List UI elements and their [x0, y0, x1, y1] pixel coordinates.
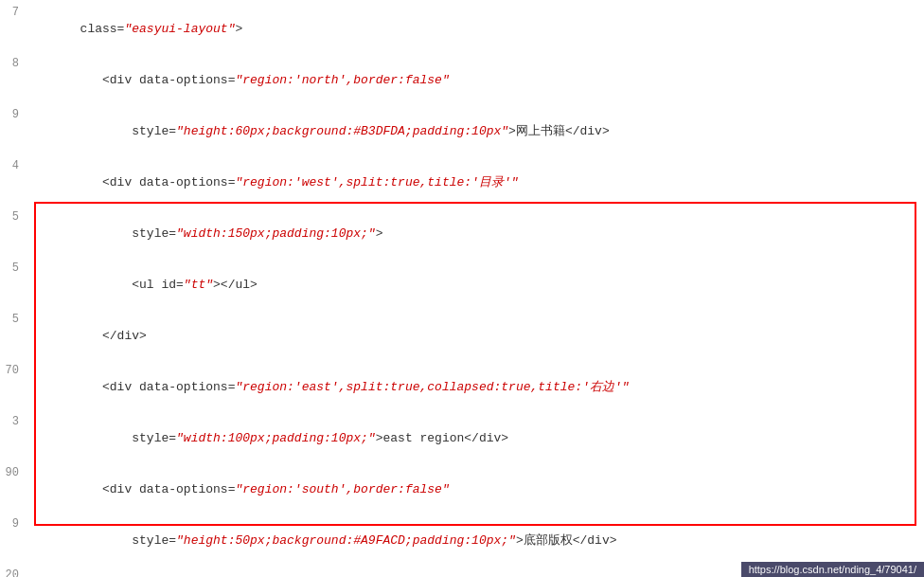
- code-line: 7 class="easyui-layout">: [0, 4, 924, 55]
- line-content: style="height:60px;background:#B3DFDA;pa…: [27, 106, 924, 157]
- code-line: 5 style="width:150px;padding:10px;">: [0, 208, 924, 260]
- line-content: style="width:100px;padding:10px;">east r…: [27, 413, 924, 464]
- code-line: 3 style="width:100px;padding:10px;">east…: [0, 413, 924, 464]
- code-line: 8 <div data-options="region:'north',bord…: [0, 55, 924, 106]
- line-number: 5: [0, 260, 27, 277]
- line-number: 5: [0, 311, 27, 328]
- line-content: class="easyui-layout">: [27, 4, 924, 55]
- line-number: 4: [0, 157, 27, 174]
- line-number: 90: [0, 464, 27, 481]
- line-number: 9: [0, 106, 27, 123]
- line-content: </div>: [27, 311, 924, 362]
- code-line: 9 style="height:50px;background:#A9FACD;…: [0, 515, 924, 567]
- code-line: 9 style="height:60px;background:#B3DFDA;…: [0, 106, 924, 157]
- line-number: 3: [0, 413, 27, 430]
- code-container: 7 class="easyui-layout"> 8 <div data-opt…: [0, 0, 924, 577]
- code-line: 90 <div data-options="region:'south',bor…: [0, 464, 924, 515]
- line-number: 70: [0, 362, 27, 379]
- line-number: 9: [0, 515, 27, 532]
- line-content: <div data-options="region:'east',split:t…: [27, 362, 924, 413]
- code-line: 5 </div>: [0, 311, 924, 362]
- line-content: style="width:150px;padding:10px;">: [27, 208, 924, 260]
- line-content: style="height:50px;background:#A9FACD;pa…: [27, 515, 924, 567]
- bottom-bar: https://blog.csdn.net/nding_4/79041/: [741, 562, 924, 577]
- line-number: 20: [0, 567, 27, 577]
- line-content: <ul id="tt"></ul>: [27, 260, 924, 311]
- line-content: <div data-options="region:'west',split:t…: [27, 157, 924, 208]
- bottom-bar-url: https://blog.csdn.net/nding_4/79041/: [749, 564, 916, 575]
- code-line: 4 <div data-options="region:'west',split…: [0, 157, 924, 208]
- line-number: 8: [0, 55, 27, 72]
- code-line: 70 <div data-options="region:'east',spli…: [0, 362, 924, 413]
- code-line: 5 <ul id="tt"></ul>: [0, 260, 924, 311]
- line-number: 5: [0, 208, 27, 225]
- line-number: 7: [0, 4, 27, 21]
- line-content: <div data-options="region:'north',border…: [27, 55, 924, 106]
- line-content: <div data-options="region:'south',border…: [27, 464, 924, 515]
